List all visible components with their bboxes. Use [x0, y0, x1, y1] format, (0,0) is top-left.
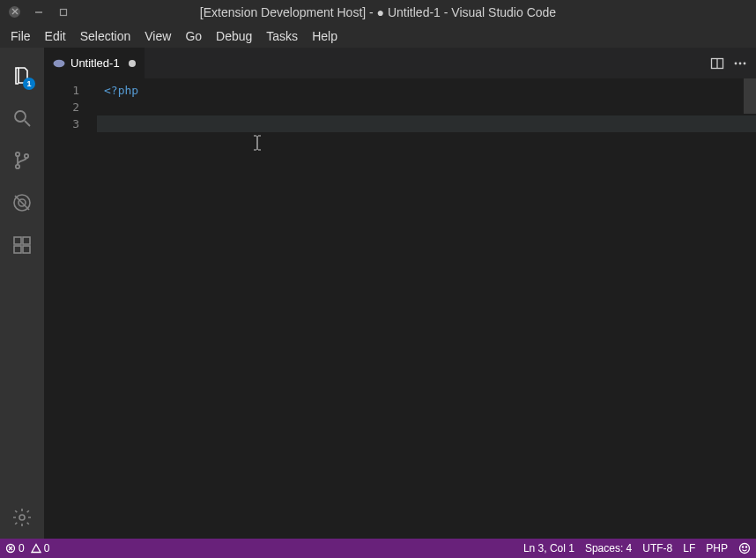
svg-point-2 [16, 153, 19, 156]
maximize-icon [59, 8, 68, 17]
menu-selection[interactable]: Selection [73, 26, 138, 47]
status-error-count: 0 [19, 542, 25, 554]
window-maximize-button[interactable] [57, 6, 70, 19]
close-icon [11, 8, 19, 15]
activity-source-control[interactable] [0, 139, 44, 182]
activity-extensions[interactable] [0, 224, 44, 266]
editor-actions [710, 48, 756, 78]
php-file-icon [53, 59, 65, 68]
smiley-icon [738, 542, 751, 554]
svg-point-18 [740, 544, 750, 554]
code-line-current[interactable] [97, 115, 756, 132]
svg-point-11 [19, 515, 25, 520]
search-icon [11, 108, 33, 129]
svg-rect-9 [14, 246, 21, 253]
extensions-icon [11, 234, 33, 256]
explorer-badge: 1 [23, 78, 35, 90]
menu-file[interactable]: File [4, 26, 38, 47]
svg-rect-0 [61, 9, 67, 15]
ellipsis-icon [733, 56, 747, 71]
editor-more-button[interactable] [733, 56, 747, 71]
line-number: 1 [44, 82, 79, 99]
svg-point-12 [54, 59, 65, 66]
status-bar: 0 0 Ln 3, Col 1 Spaces: 4 UTF-8 LF PHP [0, 539, 756, 558]
editor-area: Untitled-1 1 2 3 <?php [44, 48, 756, 539]
line-number-gutter: 1 2 3 [44, 78, 97, 539]
svg-point-15 [739, 62, 742, 64]
status-warning-count: 0 [44, 542, 50, 554]
editor-body[interactable]: 1 2 3 <?php [44, 78, 756, 539]
activity-bar: 1 [0, 48, 44, 539]
line-number: 2 [44, 99, 79, 115]
svg-rect-8 [23, 237, 30, 244]
warning-icon [31, 543, 41, 554]
git-branch-icon [11, 150, 33, 171]
window-controls [0, 6, 70, 19]
code-line[interactable] [97, 99, 756, 115]
menu-debug[interactable]: Debug [209, 26, 259, 47]
menu-tasks[interactable]: Tasks [259, 26, 305, 47]
svg-point-3 [16, 165, 19, 168]
status-problems[interactable]: 0 0 [0, 539, 55, 558]
line-number: 3 [44, 115, 79, 132]
svg-point-19 [742, 547, 743, 547]
menu-help[interactable]: Help [305, 26, 345, 47]
status-language[interactable]: PHP [700, 539, 733, 558]
menu-view[interactable]: View [137, 26, 178, 47]
menubar: File Edit Selection View Go Debug Tasks … [0, 24, 756, 48]
tab-dirty-indicator [129, 60, 136, 67]
tab-label: Untitled-1 [70, 56, 120, 70]
minimize-icon [34, 8, 43, 17]
main-area: 1 Untitled-1 [0, 48, 756, 539]
tab-untitled-1[interactable]: Untitled-1 [44, 48, 145, 78]
activity-debug[interactable] [0, 182, 44, 224]
overview-ruler[interactable] [744, 78, 756, 114]
status-feedback[interactable] [733, 539, 756, 558]
activity-explorer[interactable]: 1 [0, 55, 44, 97]
error-icon [5, 543, 16, 554]
svg-point-16 [744, 62, 746, 64]
status-encoding[interactable]: UTF-8 [637, 539, 678, 558]
window-minimize-button[interactable] [33, 6, 45, 19]
svg-point-1 [15, 111, 26, 122]
menu-go[interactable]: Go [178, 26, 209, 47]
window-titlebar: [Extension Development Host] - ● Untitle… [0, 0, 756, 24]
status-eol[interactable]: LF [678, 539, 700, 558]
gear-icon [11, 507, 33, 528]
window-title: [Extension Development Host] - ● Untitle… [0, 5, 756, 19]
svg-rect-10 [23, 246, 30, 253]
svg-point-4 [25, 154, 28, 158]
svg-point-14 [735, 62, 737, 64]
menu-edit[interactable]: Edit [38, 26, 73, 47]
tab-bar: Untitled-1 [44, 48, 756, 78]
activity-search[interactable] [0, 97, 44, 139]
code-line[interactable]: <?php [97, 82, 756, 99]
activity-settings[interactable] [0, 496, 44, 539]
status-indentation[interactable]: Spaces: 4 [580, 539, 637, 558]
svg-rect-7 [14, 237, 21, 244]
bug-icon [11, 192, 33, 213]
split-editor-button[interactable] [710, 56, 724, 71]
code-content[interactable]: <?php [97, 78, 756, 539]
split-icon [710, 56, 724, 71]
svg-point-20 [745, 547, 746, 547]
window-close-button[interactable] [9, 6, 20, 18]
php-open-tag: <?php [104, 84, 138, 97]
text-cursor-icon [252, 135, 266, 149]
status-cursor-position[interactable]: Ln 3, Col 1 [518, 539, 580, 558]
